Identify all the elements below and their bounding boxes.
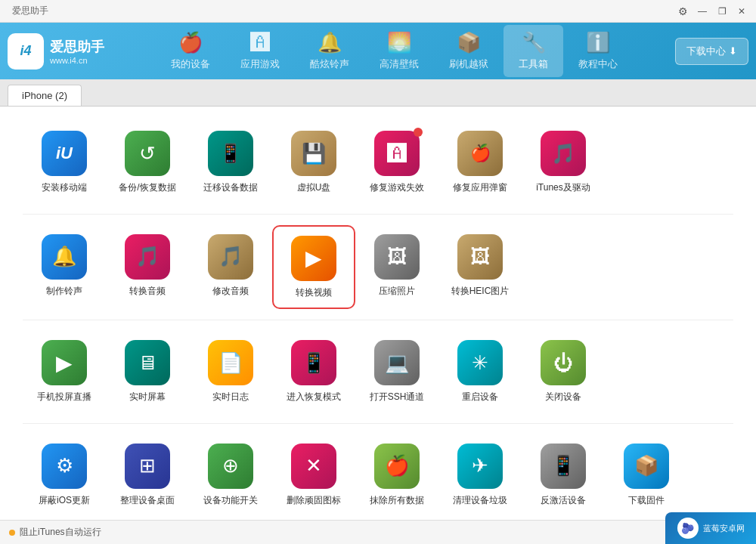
close-button[interactable]: ✕ [733, 3, 750, 20]
edit-audio-icon: 🎵 [208, 234, 253, 280]
tool-download-firmware[interactable]: 📦 下载固件 [605, 434, 688, 516]
compress-photo-icon: 🖼 [374, 234, 420, 280]
tutorials-icon: ℹ️ [586, 31, 610, 54]
tool-backup-restore[interactable]: ↺ 备份/恢复数据 [106, 122, 189, 203]
virtual-udisk-label: 虚拟U盘 [297, 182, 331, 194]
download-center-label: 下载中心 [686, 45, 726, 58]
nav-toolbox-label: 工具箱 [519, 57, 548, 71]
nav-jailbreak[interactable]: 📦 刷机越狱 [434, 25, 503, 77]
watermark: 🫐 蓝莓安卓网 [665, 512, 756, 544]
logo-icon: i4 [8, 33, 44, 70]
tool-realtime-log[interactable]: 📄 实时日志 [189, 331, 272, 413]
logo-area: i4 爱思助手 www.i4.cn [8, 33, 113, 70]
settings-icon[interactable]: ⚙ [674, 3, 691, 20]
migrate-data-icon: 📱 [208, 131, 253, 176]
convert-audio-label: 转换音频 [129, 286, 166, 298]
tool-convert-audio[interactable]: 🎵 转换音频 [106, 225, 189, 310]
deactivate-label: 反激活设备 [541, 495, 586, 507]
fix-app-popup-label: 修复应用弹窗 [453, 182, 507, 194]
nav-tutorials[interactable]: ℹ️ 教程中心 [563, 25, 633, 77]
tools-grid: iU 安装移动端 ↺ 备份/恢复数据 📱 迁移设备数据 💾 虚拟U盘 🅰 [23, 122, 733, 520]
shutdown-device-label: 关闭设备 [545, 391, 581, 403]
watermark-icon: 🫐 [677, 518, 699, 539]
download-icon: ⬇ [729, 45, 737, 57]
maximize-button[interactable]: ❐ [714, 3, 730, 20]
my-device-icon: 🍎 [178, 31, 203, 54]
window-controls: ⚙ — ❐ ✕ [674, 3, 750, 20]
device-functions-icon: ⊕ [208, 444, 253, 489]
tool-virtual-udisk[interactable]: 💾 虚拟U盘 [272, 122, 355, 203]
tool-realtime-screen[interactable]: 🖥 实时屏幕 [106, 331, 189, 413]
tool-compress-photo[interactable]: 🖼 压缩照片 [355, 225, 438, 310]
screen-mirror-icon: ▶ [42, 340, 87, 385]
backup-restore-label: 备份/恢复数据 [119, 182, 175, 194]
tool-fix-app-popup[interactable]: 🍎 修复应用弹窗 [438, 122, 522, 203]
delete-stubborn-icon-icon: ✕ [291, 444, 336, 489]
restart-device-label: 重启设备 [462, 391, 498, 403]
deactivate-icon: 📱 [541, 444, 586, 489]
fix-game-label: 修复游戏失效 [370, 182, 424, 194]
status-text: 阻止iTunes自动运行 [20, 526, 101, 539]
tool-screen-mirror[interactable]: ▶ 手机投屏直播 [23, 331, 106, 413]
status-indicator [9, 530, 15, 536]
tool-fix-game[interactable]: 🅰 修复游戏失效 [355, 122, 438, 203]
open-ssh-icon: 💻 [374, 340, 420, 385]
tool-block-ios-update[interactable]: ⚙ 屏蔽iOS更新 [23, 434, 106, 516]
realtime-screen-label: 实时屏幕 [129, 391, 166, 403]
tool-migrate-data[interactable]: 📱 迁移设备数据 [189, 122, 272, 203]
tab-iphone[interactable]: iPhone (2) [8, 85, 82, 106]
backup-restore-icon: ↺ [125, 131, 170, 176]
row-separator-1 [23, 214, 733, 215]
logo-text: 爱思助手 www.i4.cn [50, 38, 104, 65]
tool-install-app[interactable]: iU 安装移动端 [23, 122, 106, 203]
tool-make-ringtone[interactable]: 🔔 制作铃声 [23, 225, 106, 310]
open-ssh-label: 打开SSH通道 [370, 391, 425, 403]
download-center-button[interactable]: 下载中心 ⬇ [675, 38, 748, 65]
tool-convert-video[interactable]: ▶ 转换视频 [272, 225, 355, 310]
tool-clean-junk[interactable]: ✈ 清理设备垃圾 [438, 434, 522, 516]
recovery-mode-icon: 📱 [291, 340, 336, 385]
download-firmware-label: 下载固件 [628, 495, 665, 507]
wallpaper-icon: 🌅 [387, 31, 411, 54]
tool-device-functions[interactable]: ⊕ 设备功能开关 [189, 434, 272, 516]
nav-app-games[interactable]: 🅰 应用游戏 [225, 25, 295, 77]
tool-deactivate[interactable]: 📱 反激活设备 [522, 434, 605, 516]
app-title: 爱思助手 [6, 5, 48, 17]
tool-delete-stubborn-icon[interactable]: ✕ 删除顽固图标 [272, 434, 355, 516]
nav-wallpaper[interactable]: 🌅 高清壁纸 [364, 25, 434, 77]
nav-my-device-label: 我的设备 [171, 57, 210, 71]
fix-app-popup-icon: 🍎 [457, 131, 503, 176]
tool-erase-all-data[interactable]: 🍎 抹除所有数据 [355, 434, 438, 516]
tool-organize-desktop[interactable]: ⊞ 整理设备桌面 [106, 434, 189, 516]
tool-convert-heic[interactable]: 🖼 转换HEIC图片 [438, 225, 522, 310]
nav-ringtones[interactable]: 🔔 酷炫铃声 [295, 25, 364, 77]
logo-title: 爱思助手 [50, 38, 104, 56]
tool-edit-audio[interactable]: 🎵 修改音频 [189, 225, 272, 310]
main-content: iU 安装移动端 ↺ 备份/恢复数据 📱 迁移设备数据 💾 虚拟U盘 🅰 [0, 107, 756, 520]
tool-open-ssh[interactable]: 💻 打开SSH通道 [355, 331, 438, 413]
minimize-button[interactable]: — [694, 3, 711, 20]
install-app-icon: iU [42, 131, 87, 176]
virtual-udisk-icon: 💾 [291, 131, 336, 176]
status-left: 阻止iTunes自动运行 [9, 526, 101, 539]
realtime-log-label: 实时日志 [212, 391, 249, 403]
nav-app-games-label: 应用游戏 [240, 57, 280, 71]
nav-toolbox[interactable]: 🔧 工具箱 [503, 25, 563, 77]
tool-itunes-driver[interactable]: 🎵 iTunes及驱动 [522, 122, 605, 203]
convert-audio-icon: 🎵 [125, 234, 170, 280]
tool-restart-device[interactable]: ✳ 重启设备 [438, 331, 522, 413]
toolbox-icon: 🔧 [522, 31, 546, 54]
fix-game-badge [414, 128, 423, 137]
nav-my-device[interactable]: 🍎 我的设备 [156, 25, 225, 77]
migrate-data-label: 迁移设备数据 [203, 182, 258, 194]
realtime-screen-icon: 🖥 [125, 340, 170, 385]
title-bar: 爱思助手 ⚙ — ❐ ✕ [0, 0, 756, 23]
convert-video-label: 转换视频 [296, 287, 332, 299]
convert-heic-label: 转换HEIC图片 [451, 286, 510, 298]
logo-url: www.i4.cn [50, 56, 104, 65]
block-ios-update-icon: ⚙ [42, 444, 87, 489]
edit-audio-label: 修改音频 [212, 286, 249, 298]
nav-jailbreak-label: 刷机越狱 [449, 57, 488, 71]
tool-recovery-mode[interactable]: 📱 进入恢复模式 [272, 331, 355, 413]
tool-shutdown-device[interactable]: ⏻ 关闭设备 [522, 331, 605, 413]
